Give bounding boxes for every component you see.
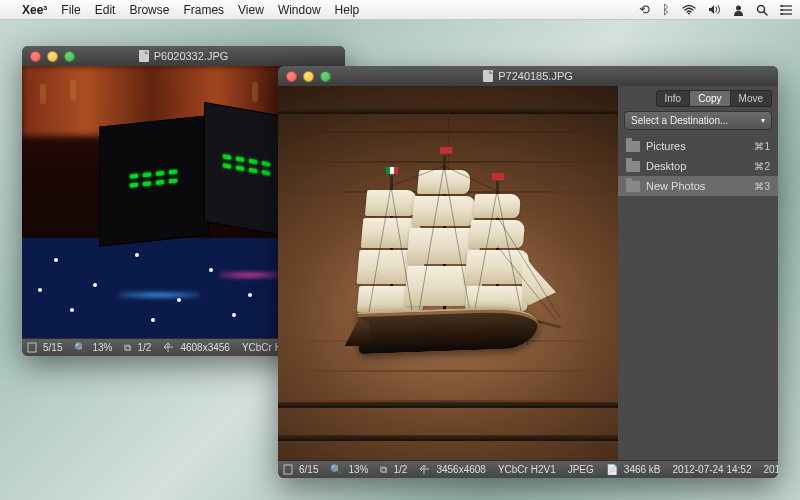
status-color: YCbCr H2V1	[498, 464, 556, 475]
window-1-titlebar[interactable]: P6020332.JPG	[22, 46, 345, 66]
tab-info[interactable]: Info	[656, 90, 691, 107]
app-menu[interactable]: Xee³	[22, 3, 47, 17]
status-size: 3466 kB	[624, 464, 661, 475]
notification-center-icon[interactable]	[780, 5, 792, 15]
dims-icon	[163, 342, 174, 353]
status-frame: 1/2	[137, 342, 151, 353]
menu-browse[interactable]: Browse	[129, 3, 169, 17]
svg-point-8	[781, 9, 783, 11]
folder-icon	[626, 141, 640, 152]
tab-copy[interactable]: Copy	[690, 90, 730, 107]
svg-rect-21	[284, 465, 292, 474]
dest-shortcut: ⌘2	[754, 161, 770, 172]
minimize-button[interactable]	[303, 71, 314, 82]
menu-file[interactable]: File	[61, 3, 80, 17]
dest-label: New Photos	[646, 180, 705, 192]
folder-icon	[626, 181, 640, 192]
status-index: 6/15	[299, 464, 318, 475]
svg-point-0	[688, 12, 690, 14]
menubar-right: ⟲ ᛒ	[639, 2, 792, 17]
file-icon: 📄	[606, 464, 618, 475]
bluetooth-icon[interactable]: ᛒ	[662, 2, 670, 17]
dest-label: Desktop	[646, 160, 686, 172]
folder-icon	[626, 161, 640, 172]
status-zoom: 13%	[348, 464, 368, 475]
svg-point-2	[758, 5, 765, 12]
window-2-titlebar[interactable]: P7240185.JPG	[278, 66, 778, 86]
dims-icon	[419, 464, 430, 475]
document-icon	[483, 70, 493, 82]
status-dims: 4608x3456	[180, 342, 230, 353]
minimize-button[interactable]	[47, 51, 58, 62]
close-button[interactable]	[286, 71, 297, 82]
dest-label: Pictures	[646, 140, 686, 152]
zoom-button[interactable]	[320, 71, 331, 82]
status-index: 5/15	[43, 342, 62, 353]
svg-point-1	[736, 5, 741, 10]
window-2-image[interactable]	[278, 86, 618, 460]
select-destination-dropdown[interactable]: Select a Destination...	[624, 111, 772, 130]
svg-line-3	[764, 12, 767, 15]
frame-icon: ⧉	[124, 342, 131, 354]
window-2: P7240185.JPG	[278, 66, 778, 478]
status-dims: 3456x4608	[436, 464, 486, 475]
tab-move[interactable]: Move	[731, 90, 772, 107]
zoom-button[interactable]	[64, 51, 75, 62]
dest-shortcut: ⌘1	[754, 141, 770, 152]
dest-pictures[interactable]: Pictures ⌘1	[618, 136, 778, 156]
spotlight-icon[interactable]	[756, 4, 768, 16]
svg-point-9	[781, 13, 783, 15]
zoom-icon: 🔍	[330, 464, 342, 475]
user-icon[interactable]	[733, 4, 744, 16]
wifi-icon[interactable]	[682, 5, 696, 15]
page-icon	[27, 342, 37, 353]
status-date: 2012-07-24 14:52	[673, 464, 752, 475]
menu-window[interactable]: Window	[278, 3, 321, 17]
dest-shortcut: ⌘3	[754, 181, 770, 192]
menu-view[interactable]: View	[238, 3, 264, 17]
copy-sidebar: Info Copy Move Select a Destination... P…	[618, 86, 778, 460]
status-path: 2012/07/P7240185.JPG	[764, 464, 779, 475]
menu-help[interactable]: Help	[335, 3, 360, 17]
dest-desktop[interactable]: Desktop ⌘2	[618, 156, 778, 176]
window-1-title: P6020332.JPG	[154, 50, 229, 62]
volume-icon[interactable]	[708, 4, 721, 15]
menu-frames[interactable]: Frames	[183, 3, 224, 17]
window-2-title: P7240185.JPG	[498, 70, 573, 82]
frame-icon: ⧉	[380, 464, 387, 476]
status-zoom: 13%	[92, 342, 112, 353]
dest-new-photos[interactable]: New Photos ⌘3	[618, 176, 778, 196]
time-machine-icon[interactable]: ⟲	[639, 2, 650, 17]
status-format: JPEG	[568, 464, 594, 475]
zoom-icon: 🔍	[74, 342, 86, 353]
system-menu-bar: Xee³ File Edit Browse Frames View Window…	[0, 0, 800, 20]
window-2-statusbar: 6/15 🔍 13% ⧉ 1/2 3456x4608 YCbCr H2V1 JP…	[278, 460, 778, 478]
close-button[interactable]	[30, 51, 41, 62]
svg-rect-10	[28, 343, 36, 352]
svg-point-7	[781, 5, 783, 7]
menu-edit[interactable]: Edit	[95, 3, 116, 17]
status-frame: 1/2	[393, 464, 407, 475]
page-icon	[283, 464, 293, 475]
document-icon	[139, 50, 149, 62]
